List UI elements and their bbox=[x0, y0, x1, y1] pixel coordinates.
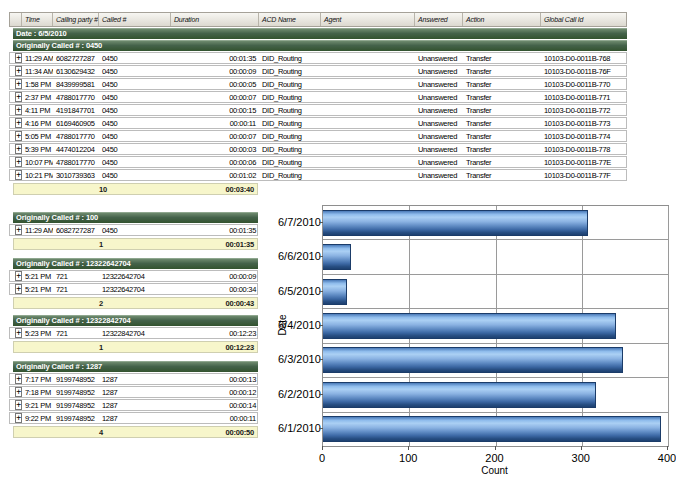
expand-icon[interactable]: + bbox=[15, 170, 22, 180]
expand-icon[interactable]: + bbox=[15, 374, 22, 384]
expand-icon[interactable]: + bbox=[15, 105, 22, 115]
expand-icon[interactable]: + bbox=[15, 387, 22, 397]
report-page: Time Calling party # Called # Duration A… bbox=[0, 0, 676, 485]
expand-icon[interactable]: + bbox=[15, 66, 22, 76]
summary-count: 4 bbox=[99, 428, 103, 437]
cell-called: 0450 bbox=[99, 93, 171, 102]
expand-icon[interactable]: + bbox=[15, 118, 22, 128]
table-row: + 10:07 PM 4788017770 0450 00:00:06 DID_… bbox=[9, 156, 627, 168]
x-axis-tick bbox=[408, 446, 409, 450]
x-tick-label: 300 bbox=[572, 452, 590, 464]
x-axis-tick bbox=[322, 446, 323, 450]
cell-action: Transfer bbox=[463, 106, 541, 115]
cell-duration: 00:00:06 bbox=[171, 158, 259, 167]
cell-action: Transfer bbox=[463, 132, 541, 141]
group-label: Originally Called # : 12322842704 bbox=[13, 316, 258, 326]
group-header: Originally Called # : 1287 bbox=[13, 361, 258, 372]
group-rows: + 5:21 PM 721 12322642704 00:00:09 + 5:2… bbox=[9, 270, 258, 295]
chart-band bbox=[323, 344, 668, 378]
table-row: + 2:37 PM 4788017770 0450 00:00:07 DID_R… bbox=[9, 91, 627, 103]
cell-global-call-id: 10103-D0-0011B-77F bbox=[541, 171, 619, 180]
expand-icon[interactable]: + bbox=[15, 400, 22, 410]
cell-time: 7:18 PM bbox=[22, 388, 53, 397]
expand-icon[interactable]: + bbox=[15, 328, 22, 338]
cell-global-call-id: 10103-D0-0011B-77E bbox=[541, 158, 619, 167]
x-tick-label: 400 bbox=[658, 452, 676, 464]
summary-count: 10 bbox=[99, 185, 107, 194]
cell-calling-party: 9199748952 bbox=[53, 388, 99, 397]
summary-total-duration: 00:00:43 bbox=[226, 299, 257, 308]
cell-calling-party: 4474012204 bbox=[53, 145, 99, 154]
group-rows: + 5:23 PM 721 12322842704 00:12:23 bbox=[9, 327, 258, 339]
header-cell-duration: Duration bbox=[171, 13, 259, 26]
chart-bar bbox=[323, 382, 596, 408]
expand-icon[interactable]: + bbox=[15, 53, 22, 63]
expand-icon[interactable]: + bbox=[15, 92, 22, 102]
x-tick-label: 200 bbox=[485, 452, 503, 464]
cell-called: 0450 bbox=[99, 171, 171, 180]
cell-action: Transfer bbox=[463, 158, 541, 167]
group-summary-0450: 10 00:03:40 bbox=[13, 183, 258, 195]
expand-icon[interactable]: + bbox=[15, 131, 22, 141]
y-tick-label: 6/4/2010 bbox=[278, 319, 318, 331]
cell-global-call-id: 10103-D0-0011B-770 bbox=[541, 80, 619, 89]
cell-acd-name: DID_Routing bbox=[259, 171, 321, 180]
cell-duration: 00:00:34 bbox=[171, 285, 259, 294]
x-tick-label: 100 bbox=[399, 452, 417, 464]
summary-count: 1 bbox=[99, 240, 103, 249]
cell-duration: 00:00:09 bbox=[171, 272, 259, 281]
subgroup-12322842704: Originally Called # : 12322842704 + 5:23… bbox=[9, 314, 258, 353]
cell-time: 10:21 PM bbox=[22, 171, 53, 180]
cell-time: 11:29 AM bbox=[22, 54, 53, 63]
cell-action: Transfer bbox=[463, 67, 541, 76]
cell-duration: 00:00:11 bbox=[171, 414, 259, 423]
cell-calling-party: 721 bbox=[53, 285, 99, 294]
expand-icon[interactable]: + bbox=[15, 225, 22, 235]
expand-icon[interactable]: + bbox=[15, 157, 22, 167]
cell-acd-name: DID_Routing bbox=[259, 119, 321, 128]
group-rows: + 7:17 PM 9199748952 1287 00:00:13 + 7:1… bbox=[9, 373, 258, 424]
group-summary: 1 00:12:23 bbox=[13, 341, 258, 353]
cell-duration: 00:00:12 bbox=[171, 388, 259, 397]
cell-answered: Unanswered bbox=[415, 171, 463, 180]
subgroup-1287: Originally Called # : 1287 + 7:17 PM 919… bbox=[9, 360, 258, 438]
cell-calling-party: 721 bbox=[53, 272, 99, 281]
table-row: + 7:17 PM 9199748952 1287 00:00:13 bbox=[9, 373, 258, 385]
cell-action: Transfer bbox=[463, 54, 541, 63]
cell-time: 9:21 PM bbox=[22, 401, 53, 410]
chart-band bbox=[323, 206, 668, 240]
cell-calling-party: 9199748952 bbox=[53, 401, 99, 410]
cell-time: 4:11 PM bbox=[22, 106, 53, 115]
table-header-row: Time Calling party # Called # Duration A… bbox=[9, 12, 627, 27]
expand-icon[interactable]: + bbox=[15, 79, 22, 89]
cell-duration: 00:00:13 bbox=[171, 375, 259, 384]
table-row: + 10:21 PM 3010739363 0450 00:01:02 DID_… bbox=[9, 169, 627, 181]
expand-icon[interactable]: + bbox=[15, 271, 22, 281]
summary-total-duration: 00:01:35 bbox=[226, 240, 257, 249]
chart-band bbox=[323, 378, 668, 412]
cell-duration: 00:01:35 bbox=[171, 226, 259, 235]
cell-called: 0450 bbox=[99, 106, 171, 115]
cell-action: Transfer bbox=[463, 171, 541, 180]
cell-duration: 00:00:15 bbox=[171, 106, 259, 115]
chart-bar bbox=[323, 347, 623, 373]
x-axis-tick bbox=[667, 446, 668, 450]
chart-band bbox=[323, 240, 668, 274]
cell-calling-party: 4191847701 bbox=[53, 106, 99, 115]
cell-called: 12322842704 bbox=[99, 329, 171, 338]
expand-icon[interactable]: + bbox=[15, 144, 22, 154]
table-row: + 5:39 PM 4474012204 0450 00:00:03 DID_R… bbox=[9, 143, 627, 155]
table-row: + 9:21 PM 9199748952 1287 00:00:14 bbox=[9, 399, 258, 411]
header-cell-time: Time bbox=[22, 13, 53, 26]
cell-calling-party: 721 bbox=[53, 329, 99, 338]
expand-icon[interactable]: + bbox=[15, 284, 22, 294]
cell-acd-name: DID_Routing bbox=[259, 54, 321, 63]
cell-time: 5:39 PM bbox=[22, 145, 53, 154]
group-summary: 2 00:00:43 bbox=[13, 297, 258, 309]
header-cell-called: Called # bbox=[99, 13, 171, 26]
cell-called: 0450 bbox=[99, 132, 171, 141]
cell-action: Transfer bbox=[463, 119, 541, 128]
cell-answered: Unanswered bbox=[415, 145, 463, 154]
call-report-table: Time Calling party # Called # Duration A… bbox=[9, 12, 627, 195]
expand-icon[interactable]: + bbox=[15, 413, 22, 423]
